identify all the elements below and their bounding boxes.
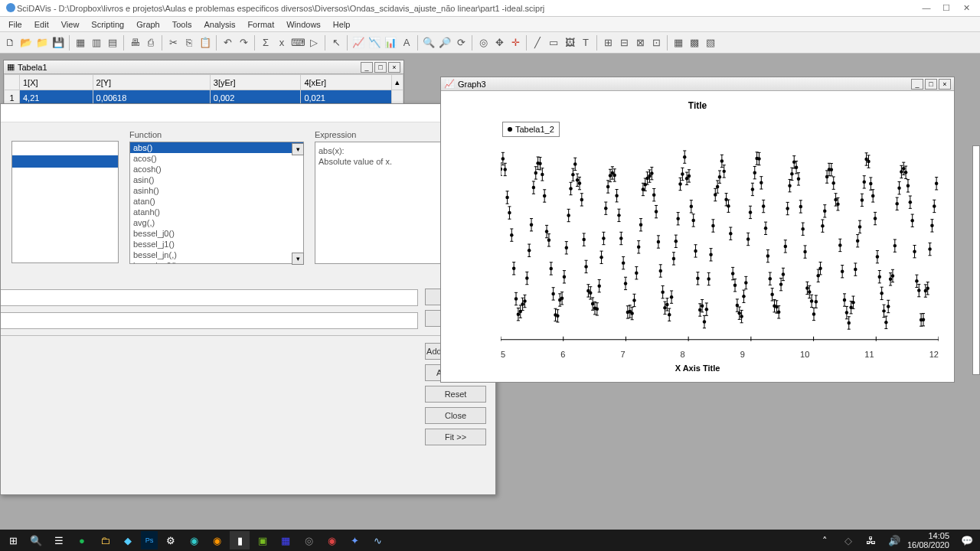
fit-button[interactable]: Fit >> <box>425 429 486 445</box>
function-item[interactable]: atan() <box>130 196 303 207</box>
redo-icon[interactable]: ↷ <box>237 36 250 50</box>
grid3-icon[interactable]: ▧ <box>704 36 717 50</box>
table-minimize[interactable]: _ <box>361 62 373 73</box>
layer3-icon[interactable]: ⊠ <box>633 36 647 50</box>
layer4-icon[interactable]: ⊡ <box>649 36 663 50</box>
plot-legend[interactable]: Tabela1_2 <box>502 122 560 137</box>
app5-icon[interactable]: ✦ <box>345 531 364 549</box>
function-item[interactable]: bessel_j0() <box>130 228 303 239</box>
move-icon[interactable]: ✥ <box>492 36 506 50</box>
function-item[interactable]: bessel_j1() <box>130 239 303 249</box>
terminal-icon[interactable]: ▮ <box>230 531 250 549</box>
menu-scripting[interactable]: Scripting <box>86 18 129 31</box>
menu-help[interactable]: Help <box>328 18 356 31</box>
newtable-icon[interactable]: ▦ <box>74 36 87 50</box>
function-listbox[interactable]: abs()acos()acosh()asin()asinh()atan()ata… <box>129 142 304 264</box>
function-item[interactable]: asinh() <box>130 185 303 196</box>
copy-icon[interactable]: ⎘ <box>182 36 196 50</box>
edge-icon[interactable]: ◉ <box>184 531 204 549</box>
function-item[interactable]: acosh() <box>130 164 303 174</box>
layer2-icon[interactable]: ⊟ <box>617 36 631 50</box>
plot3-icon[interactable]: 📊 <box>384 36 397 50</box>
scrollbar-up[interactable]: ▴ <box>392 75 403 90</box>
tray-up-icon[interactable]: ˄ <box>815 531 835 549</box>
plotA-icon[interactable]: A <box>400 36 413 50</box>
x-icon[interactable]: x <box>275 36 289 50</box>
app3-icon[interactable]: ▦ <box>276 531 296 549</box>
tray-net-icon[interactable]: 🖧 <box>861 531 881 549</box>
table-maximize[interactable]: □ <box>374 62 387 73</box>
obs-icon[interactable]: ◎ <box>299 531 318 549</box>
app1-icon[interactable]: ◆ <box>118 531 138 549</box>
taskview-icon[interactable]: ☰ <box>49 531 69 549</box>
data-table[interactable]: 1[X] 2[Y] 3[yEr] 4[xEr] ▴ 1 4,21 0,00618… <box>4 74 403 106</box>
undo-icon[interactable]: ↶ <box>220 36 234 50</box>
zoomin-icon[interactable]: 🔍 <box>422 36 436 50</box>
new-icon[interactable]: 🗋 <box>3 36 17 50</box>
line-icon[interactable]: ╱ <box>531 36 544 50</box>
menu-view[interactable]: View <box>56 18 85 31</box>
menu-graph[interactable]: Graph <box>131 18 165 31</box>
grid2-icon[interactable]: ▩ <box>688 36 701 50</box>
function-item[interactable]: atanh() <box>130 207 303 217</box>
tray-clock[interactable]: 14:05 16/08/2020 <box>907 531 954 549</box>
menu-analysis[interactable]: Analysis <box>198 18 240 31</box>
pointer-icon[interactable]: ↖ <box>329 36 343 50</box>
notifications-icon[interactable]: 💬 <box>957 531 977 549</box>
name-input[interactable] <box>1 289 418 306</box>
sigma-icon[interactable]: Σ <box>259 36 273 50</box>
open-icon[interactable]: 📂 <box>19 36 33 50</box>
grid1-icon[interactable]: ▦ <box>671 36 685 50</box>
scidavis-taskbar-icon[interactable]: ∿ <box>368 531 387 549</box>
col-header-4[interactable]: 4[xEr] <box>301 75 392 90</box>
newmatrix-icon[interactable]: ▥ <box>90 36 103 50</box>
zoomout-icon[interactable]: 🔎 <box>438 36 452 50</box>
category-selected[interactable] <box>12 155 118 168</box>
menu-windows[interactable]: Windows <box>281 18 326 31</box>
menu-format[interactable]: Format <box>242 18 279 31</box>
menu-edit[interactable]: Edit <box>29 18 54 31</box>
function-item[interactable]: asin() <box>130 174 303 185</box>
explorer-icon[interactable]: 🗀 <box>95 531 115 549</box>
close-dialog-button[interactable]: Close <box>425 407 486 424</box>
export-icon[interactable]: ⎙ <box>144 36 158 50</box>
plot2-icon[interactable]: 📉 <box>368 36 381 50</box>
graph-maximize[interactable]: □ <box>925 79 937 90</box>
dropdown-arrow-icon[interactable]: ▾ <box>292 143 304 155</box>
app4-icon[interactable]: ◉ <box>322 531 341 549</box>
minimize-button[interactable]: — <box>917 3 936 13</box>
menu-tools[interactable]: Tools <box>167 18 198 31</box>
tray-vol-icon[interactable]: 🔊 <box>884 531 904 549</box>
table-close[interactable]: × <box>388 62 400 73</box>
col-header-1[interactable]: 1[X] <box>20 75 93 90</box>
spotify-icon[interactable]: ● <box>72 531 92 549</box>
function-item[interactable]: abs() <box>130 142 303 153</box>
maximize-button[interactable]: ☐ <box>937 3 956 13</box>
col-header-3[interactable]: 3[yEr] <box>210 75 301 90</box>
graph-minimize[interactable]: _ <box>911 79 923 90</box>
graph-close[interactable]: × <box>939 79 951 90</box>
app2-icon[interactable]: ▣ <box>253 531 273 549</box>
plot-area[interactable]: Title Tabela1_2 56789101112 X Axis Title <box>441 91 954 382</box>
close-button[interactable]: ✕ <box>957 3 975 13</box>
scroll-down-icon[interactable]: ▾ <box>292 253 304 265</box>
rect-icon[interactable]: ▭ <box>547 36 560 50</box>
open2-icon[interactable]: 📁 <box>35 36 49 50</box>
script-icon[interactable]: ⌨ <box>291 36 305 50</box>
function-item[interactable]: acos() <box>130 153 303 164</box>
reset-button[interactable]: Reset <box>425 386 486 403</box>
function-item[interactable]: bessel_jn(,) <box>130 249 303 260</box>
category-list[interactable] <box>11 141 119 263</box>
start-icon[interactable]: ⊞ <box>3 531 23 549</box>
cut-icon[interactable]: ✂ <box>166 36 180 50</box>
tray-dropbox-icon[interactable]: ◇ <box>838 531 858 549</box>
target-icon[interactable]: ◎ <box>476 36 490 50</box>
run-icon[interactable]: ▷ <box>307 36 321 50</box>
settings-icon[interactable]: ⚙ <box>161 531 181 549</box>
firefox-icon[interactable]: ◉ <box>207 531 227 549</box>
function-item[interactable]: avg(,) <box>130 217 303 228</box>
print-icon[interactable]: 🖶 <box>128 36 142 50</box>
name-input-2[interactable] <box>1 312 418 329</box>
col-header-2[interactable]: 2[Y] <box>93 75 210 90</box>
photoshop-icon[interactable]: Ps <box>141 531 158 549</box>
